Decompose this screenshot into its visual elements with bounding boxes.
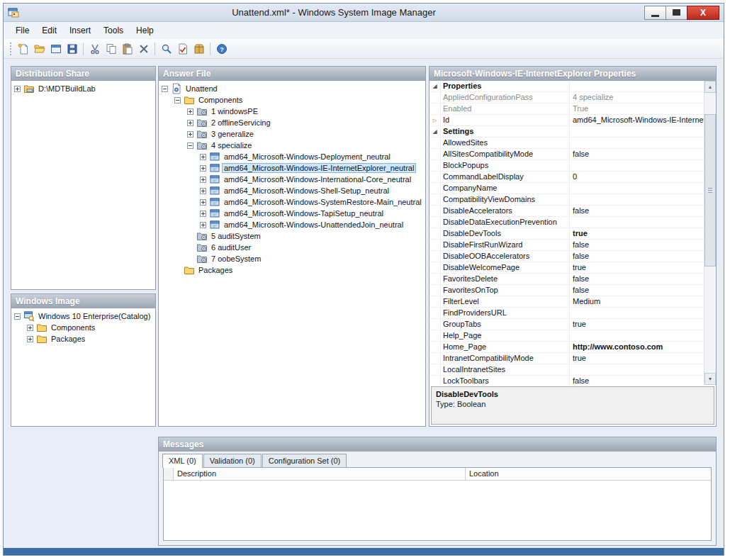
property-row[interactable]: AllowedSites <box>429 138 704 149</box>
property-section-row[interactable]: ◢Settings <box>429 126 704 138</box>
property-value[interactable]: 4 specialize <box>570 92 704 103</box>
expand-plus-icon[interactable] <box>200 188 206 194</box>
toolbar-grip[interactable] <box>9 43 12 55</box>
menu-file[interactable]: File <box>9 23 35 38</box>
property-row[interactable]: ▷Idamd64_Microsoft-Windows-IE-InternetEx… <box>429 115 704 126</box>
tree-row[interactable]: 6 auditUser <box>159 242 425 253</box>
property-value[interactable] <box>570 138 704 148</box>
property-value[interactable]: false <box>570 285 704 296</box>
collapse-minus-icon[interactable] <box>14 313 21 320</box>
tree-item-label[interactable]: Unattend <box>184 84 219 93</box>
property-value[interactable] <box>570 183 704 194</box>
tree-row[interactable]: Components <box>159 94 425 106</box>
create-configuration-set-button[interactable] <box>191 40 207 57</box>
property-row[interactable]: FilterLevelMedium <box>429 296 704 308</box>
property-row[interactable]: Help_Page <box>429 330 704 342</box>
property-value[interactable] <box>570 126 704 137</box>
property-value[interactable]: false <box>570 376 704 385</box>
property-value[interactable]: true <box>570 319 704 330</box>
tree-item-label[interactable]: 5 auditSystem <box>210 232 262 240</box>
expand-plus-icon[interactable] <box>200 165 206 172</box>
tree-item-label[interactable]: amd64_Microsoft-Windows-TapiSetup_neutra… <box>223 209 385 218</box>
property-value[interactable] <box>570 194 704 205</box>
cut-button[interactable] <box>86 40 103 57</box>
expand-plus-icon[interactable] <box>14 86 21 92</box>
tree-item-label[interactable]: amd64_Microsoft-Windows-IE-InternetExplo… <box>223 164 415 172</box>
expand-plus-icon[interactable] <box>200 222 206 228</box>
tree-row[interactable]: Components <box>11 322 155 333</box>
property-value[interactable]: amd64_Microsoft-Windows-IE-InternetExplo… <box>570 115 704 125</box>
property-value[interactable]: http://www.contoso.com <box>570 342 704 352</box>
property-row[interactable]: LockToolbarsfalse <box>429 376 704 385</box>
new-answer-file-button[interactable] <box>15 40 31 57</box>
tree-item-label[interactable]: 1 windowsPE <box>210 107 259 116</box>
tree-item-label[interactable]: Packages <box>197 266 234 274</box>
tree-row[interactable]: amd64_Microsoft-Windows-IE-InternetExplo… <box>159 162 425 174</box>
scroll-up-icon[interactable]: ▲ <box>704 81 716 93</box>
tree-row[interactable]: Packages <box>11 333 155 345</box>
tree-item-label[interactable]: 7 oobeSystem <box>210 254 262 263</box>
collapse-minus-icon[interactable] <box>174 97 181 103</box>
scrollbar-thumb[interactable] <box>704 114 716 267</box>
property-row[interactable]: IntranetCompatibilityModetrue <box>429 353 704 364</box>
property-value[interactable]: false <box>570 274 704 284</box>
property-value[interactable]: false <box>570 206 704 216</box>
tree-item-label[interactable]: Components <box>197 96 244 104</box>
tab-xml[interactable]: XML (0) <box>162 454 203 468</box>
open-answer-file-button[interactable] <box>31 40 47 57</box>
property-value[interactable] <box>570 217 704 228</box>
tree-item-label[interactable]: Windows 10 Enterprise(Catalog) <box>37 312 152 320</box>
menu-help[interactable]: Help <box>130 23 160 38</box>
tree-row[interactable]: amd64_Microsoft-Windows-SystemRestore-Ma… <box>159 196 425 208</box>
property-row[interactable]: FavoritesOnTopfalse <box>429 285 704 296</box>
property-value[interactable]: true <box>570 262 704 273</box>
property-row[interactable]: BlockPopups <box>429 160 704 172</box>
property-row[interactable]: EnabledTrue <box>429 103 704 115</box>
tree-row[interactable]: 5 auditSystem <box>159 230 425 242</box>
property-row[interactable]: DisableOOBAcceleratorsfalse <box>429 251 704 262</box>
property-value[interactable]: 0 <box>570 172 704 182</box>
property-row[interactable]: DisableFirstRunWizardfalse <box>429 240 704 251</box>
delete-button[interactable] <box>135 40 152 57</box>
menu-edit[interactable]: Edit <box>35 23 63 38</box>
tree-item-label[interactable]: amd64_Microsoft-Windows-International-Co… <box>223 175 412 184</box>
tree-row[interactable]: Windows 10 Enterprise(Catalog) <box>11 310 155 322</box>
property-value[interactable]: Medium <box>570 296 704 307</box>
save-answer-file-button[interactable] <box>64 40 80 57</box>
tree-item-label[interactable]: amd64_Microsoft-Windows-SystemRestore-Ma… <box>223 198 423 206</box>
scroll-down-icon[interactable]: ▼ <box>704 373 716 385</box>
maximize-button[interactable] <box>666 6 687 20</box>
property-section-row[interactable]: ◢Properties <box>429 81 704 92</box>
expand-plus-icon[interactable] <box>187 108 193 115</box>
property-value[interactable]: false <box>570 240 704 250</box>
scrollbar-track[interactable] <box>704 93 716 373</box>
property-value[interactable] <box>570 364 704 375</box>
property-row[interactable]: GroupTabstrue <box>429 319 704 330</box>
tree-row[interactable]: 2 offlineServicing <box>159 117 425 128</box>
tree-row[interactable]: 4 specialize <box>159 140 425 151</box>
validate-answer-file-button[interactable] <box>174 40 191 57</box>
property-value[interactable] <box>570 308 704 318</box>
section-expander-icon[interactable]: ◢ <box>429 126 441 137</box>
property-row[interactable]: AppliedConfigurationPass4 specialize <box>429 92 704 103</box>
property-row[interactable]: FindProvidersURL <box>429 308 704 319</box>
messages-column-location[interactable]: Location <box>466 468 711 480</box>
expand-plus-icon[interactable] <box>200 211 206 217</box>
minimize-button[interactable] <box>644 6 666 20</box>
messages-column-description[interactable]: Description <box>174 468 466 480</box>
expand-plus-icon[interactable] <box>187 120 193 126</box>
property-row[interactable]: DisableAcceleratorsfalse <box>429 206 704 217</box>
expand-plus-icon[interactable] <box>27 325 33 331</box>
property-row[interactable]: CompanyName <box>429 183 704 194</box>
expand-plus-icon[interactable] <box>187 131 193 138</box>
property-value[interactable]: true <box>570 353 704 364</box>
tree-item-label[interactable]: 4 specialize <box>210 141 253 150</box>
tab-configuration[interactable]: Configuration Set (0) <box>262 454 347 467</box>
menu-insert[interactable]: Insert <box>63 23 97 38</box>
tree-item-label[interactable]: amd64_Microsoft-Windows-Deployment_neutr… <box>223 152 392 161</box>
tree-item-label[interactable]: 3 generalize <box>210 130 255 138</box>
expand-plus-icon[interactable] <box>200 199 206 206</box>
open-windows-image-button[interactable] <box>47 40 64 57</box>
tree-row[interactable]: amd64_Microsoft-Windows-UnattendedJoin_n… <box>159 219 425 230</box>
expand-plus-icon[interactable] <box>200 177 206 183</box>
